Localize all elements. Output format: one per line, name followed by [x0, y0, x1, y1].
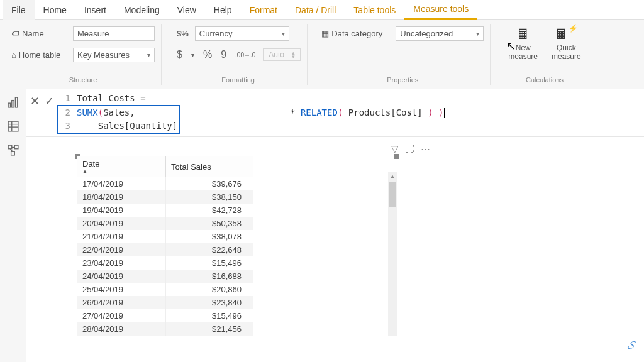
chevron-down-icon: ▾ [147, 52, 150, 58]
more-options-icon[interactable]: ⋯ [421, 143, 430, 155]
structure-group-label: Structure [11, 76, 155, 84]
formatting-group-label: Formatting [175, 76, 301, 84]
quick-calc-icon: 🖩⚡ [556, 26, 576, 43]
tab-measure-tools[interactable]: Measure tools [404, 0, 477, 20]
table-row[interactable]: 21/04/2019$38,078 [77, 230, 253, 243]
group-calculations: 🖩 New measure 🖩⚡ Quick measure Calculati… [498, 24, 591, 85]
report-canvas[interactable]: ▽ ⛶ ⋯ Date▲ Total Sales 17/04/2019$39,67… [26, 137, 644, 362]
svg-rect-9 [11, 151, 14, 155]
svg-line-11 [10, 149, 12, 152]
properties-group-label: Properties [321, 76, 484, 84]
currency-button[interactable]: $ [175, 49, 184, 60]
name-label: Name [22, 29, 44, 38]
format-prefix-icon: $% [175, 29, 190, 38]
percent-button[interactable]: % [202, 49, 213, 60]
tab-modeling[interactable]: Modeling [115, 0, 169, 20]
thousands-button[interactable]: 9 [219, 49, 228, 60]
tab-insert[interactable]: Insert [75, 0, 115, 20]
home-icon: ⌂ [11, 50, 16, 60]
hometable-label: Home table [19, 50, 60, 60]
table-row[interactable]: 18/04/2019$38,150 [77, 190, 253, 204]
table-row[interactable]: 22/04/2019$22,648 [77, 243, 253, 256]
group-formatting: $% Currency▾ $ ▾ % 9 .00→.0 Auto▴▾ Forma… [169, 24, 308, 85]
decimal-places-input[interactable]: Auto▴▾ [263, 48, 301, 61]
svg-rect-3 [8, 121, 18, 131]
ribbon-tabs: File Home Insert Modeling View Help Form… [0, 0, 644, 20]
tab-file[interactable]: File [3, 0, 35, 20]
svg-rect-7 [8, 145, 12, 149]
table-row[interactable]: 19/04/2019$42,728 [77, 204, 253, 217]
data-view-icon[interactable] [6, 119, 20, 133]
currency-chevron[interactable]: ▾ [190, 52, 196, 58]
tab-view[interactable]: View [169, 0, 205, 20]
table-row[interactable]: 20/04/2019$50,358 [77, 217, 253, 230]
scrollbar[interactable]: ▲ [388, 172, 397, 336]
tab-format[interactable]: Format [241, 0, 286, 20]
calculations-group-label: Calculations [504, 76, 584, 84]
category-dropdown[interactable]: Uncategorized▾ [396, 26, 484, 41]
table-visual[interactable]: Date▲ Total Sales 17/04/2019$39,67618/04… [77, 156, 397, 336]
report-view-icon[interactable] [6, 96, 20, 109]
model-view-icon[interactable] [6, 143, 20, 157]
quick-measure-button[interactable]: 🖩⚡ Quick measure [548, 25, 585, 63]
column-header-date[interactable]: Date▲ [77, 156, 166, 177]
commit-formula-button[interactable]: ✓ [45, 94, 54, 108]
svg-rect-8 [14, 145, 18, 149]
new-measure-button[interactable]: 🖩 New measure [504, 25, 541, 63]
svg-rect-2 [15, 97, 17, 107]
tag-icon: 🏷 [11, 29, 19, 38]
watermark-icon: 𝓢 [627, 339, 634, 352]
cancel-formula-button[interactable]: ✕ [30, 94, 40, 108]
table-row[interactable]: 25/04/2019$20,860 [77, 283, 253, 296]
tab-help[interactable]: Help [205, 0, 241, 20]
group-properties: ▦Data category Uncategorized▾ Properties [315, 24, 491, 85]
table-row[interactable]: 27/04/2019$15,496 [77, 309, 253, 322]
filter-icon[interactable]: ▽ [391, 143, 399, 155]
tab-home[interactable]: Home [35, 0, 75, 20]
table-row[interactable]: 28/04/2019$21,456 [77, 322, 253, 336]
svg-rect-1 [11, 101, 13, 107]
chevron-down-icon: ▾ [476, 30, 479, 37]
table-row[interactable]: 23/04/2019$15,496 [77, 256, 253, 270]
svg-rect-0 [8, 103, 10, 107]
chevron-down-icon: ▾ [282, 30, 285, 37]
decimal-button[interactable]: .00→.0 [234, 52, 257, 58]
scroll-thumb[interactable] [389, 182, 396, 207]
name-input[interactable]: Measure [73, 26, 155, 41]
column-header-total-sales[interactable]: Total Sales [166, 156, 253, 177]
formula-bar: ✕ ✓ 1Total Costs = 2SUMX( Sales, 3 Sales… [26, 89, 644, 137]
table-row[interactable]: 17/04/2019$39,676 [77, 177, 253, 191]
table-row[interactable]: 24/04/2019$16,688 [77, 270, 253, 283]
tab-table-tools[interactable]: Table tools [345, 0, 404, 20]
formula-editor[interactable]: 1Total Costs = 2SUMX( Sales, 3 Sales[Qua… [59, 92, 640, 134]
sort-asc-icon: ▲ [82, 168, 160, 174]
focus-mode-icon[interactable]: ⛶ [405, 143, 414, 155]
format-dropdown[interactable]: Currency▾ [195, 26, 289, 41]
scroll-up-icon[interactable]: ▲ [389, 172, 396, 181]
table-row[interactable]: 26/04/2019$23,840 [77, 296, 253, 309]
group-structure: 🏷Name Measure ⌂Home table Key Measures▾ … [5, 24, 162, 85]
ribbon: 🏷Name Measure ⌂Home table Key Measures▾ … [0, 20, 644, 89]
resize-handle[interactable] [394, 154, 399, 159]
category-label: Data category [331, 29, 382, 38]
view-rail [0, 89, 26, 362]
tab-data-drill[interactable]: Data / Drill [286, 0, 345, 20]
hometable-dropdown[interactable]: Key Measures▾ [73, 48, 155, 62]
calculator-icon: 🖩 [513, 26, 533, 43]
category-icon: ▦ [321, 29, 329, 38]
